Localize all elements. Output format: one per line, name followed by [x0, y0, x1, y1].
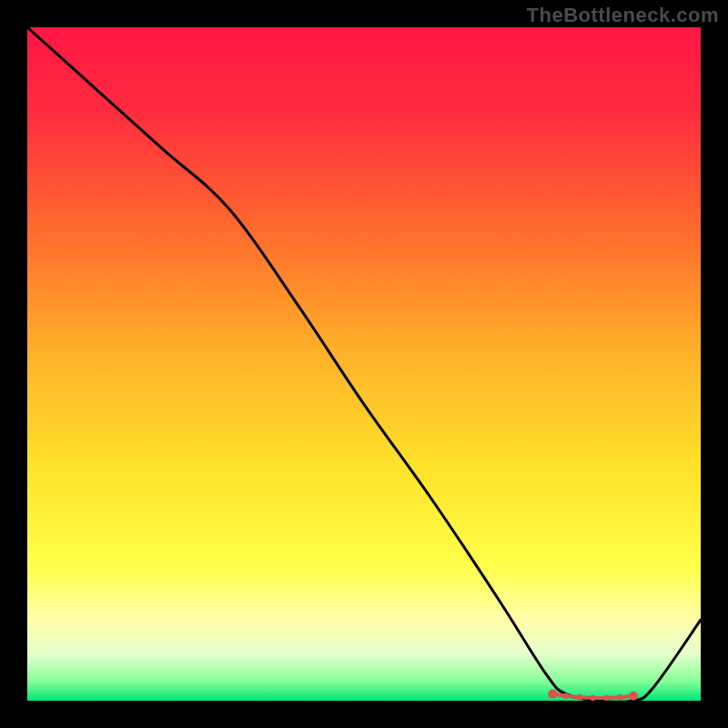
marker-dot [629, 692, 638, 701]
chart-svg [27, 27, 701, 701]
marker-dot [563, 693, 569, 699]
plot-area [27, 27, 701, 701]
marker-dot [590, 695, 595, 701]
watermark-text: TheBottleneck.com [527, 4, 719, 27]
marker-dot [577, 694, 582, 700]
gradient-background [27, 27, 701, 701]
marker-dot [617, 694, 622, 700]
marker-dot [603, 695, 609, 701]
chart-frame: TheBottleneck.com [0, 0, 728, 728]
marker-dot [548, 690, 557, 699]
